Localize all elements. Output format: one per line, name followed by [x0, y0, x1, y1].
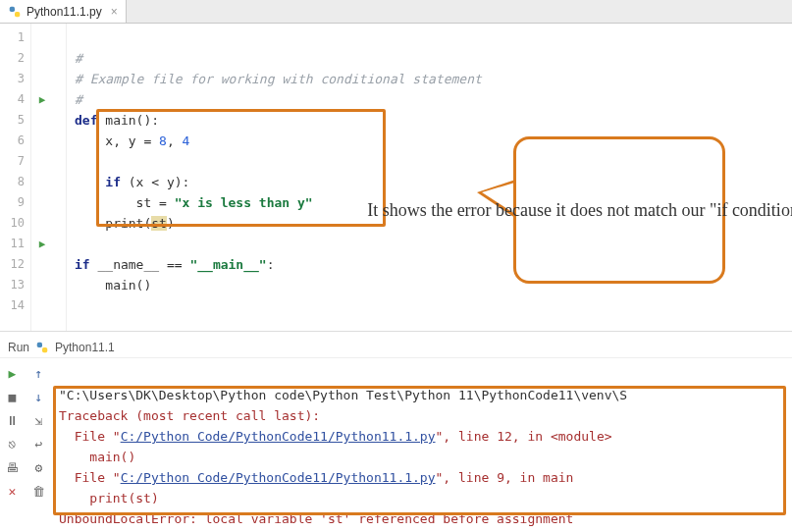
code-comment: #	[75, 51, 82, 66]
scroll-icon[interactable]: ⇲	[30, 411, 48, 429]
run-gutter: ▶ ▶	[31, 24, 53, 331]
code-string: "__main__"	[189, 257, 266, 272]
line-number: 1	[0, 27, 25, 48]
code-text: x, y =	[75, 133, 159, 148]
line-number: 2	[0, 48, 25, 69]
code-text: st =	[75, 195, 175, 210]
line-number: 4	[0, 89, 25, 110]
line-number: 9	[0, 192, 25, 213]
line-number: 7	[0, 151, 25, 172]
fold-gutter	[53, 24, 67, 331]
console-file-prefix: File "	[59, 470, 121, 485]
run-label: Run	[8, 341, 29, 354]
line-number: 8	[0, 172, 25, 192]
file-tab[interactable]: Python11.1.py ×	[0, 0, 127, 23]
exit-icon[interactable]: ⎋	[4, 435, 22, 452]
wrap-icon[interactable]: ↩	[30, 435, 48, 452]
console-traceback: Traceback (most recent call last):	[59, 408, 320, 423]
line-number: 10	[0, 213, 25, 234]
code-text: main()	[75, 278, 151, 293]
line-number: 14	[0, 295, 25, 316]
code-text: :	[267, 257, 275, 272]
trash-icon[interactable]: 🗑	[30, 482, 48, 500]
console-file-link[interactable]: C:/Python Code/PythonCode11/Python11.1.p…	[121, 470, 436, 485]
run-tool-header: Run Python11.1	[0, 337, 792, 358]
console-error: UnboundLocalError: local variable 'st' r…	[59, 511, 573, 526]
console-toolbar: ▶ ↑ ■ ↓ ⏸ ⇲ ⎋ ↩ 🖶 ⚙ ✕ 🗑	[0, 358, 51, 532]
down-arrow-icon[interactable]: ↓	[30, 388, 48, 405]
callout-text: It shows the error because it does not m…	[367, 198, 792, 222]
rerun-icon[interactable]: ▶	[4, 364, 22, 382]
print-icon[interactable]: 🖶	[4, 458, 22, 476]
code-comment: #	[75, 92, 82, 107]
svg-rect-3	[42, 347, 47, 352]
svg-rect-0	[10, 6, 15, 11]
run-line-icon[interactable]: ▶	[31, 234, 53, 254]
code-text: )	[167, 216, 175, 231]
console-path: "C:\Users\DK\Desktop\Python code\Python …	[59, 388, 627, 402]
code-warn-highlight: st	[151, 216, 167, 231]
code-keyword: if	[75, 175, 121, 189]
line-number: 5	[0, 110, 25, 131]
python-file-icon	[35, 341, 49, 354]
run-line-icon[interactable]: ▶	[31, 89, 53, 110]
settings-icon[interactable]: ⚙	[30, 458, 48, 476]
line-number: 6	[0, 131, 25, 151]
code-fn: main():	[97, 113, 159, 128]
callout-bubble: It shows the error because it does not m…	[513, 136, 725, 284]
code-text: __name__ ==	[90, 257, 190, 272]
line-number: 13	[0, 275, 25, 295]
code-number: 4	[183, 133, 190, 148]
tab-bar: Python11.1.py ×	[0, 0, 792, 24]
pause-icon[interactable]: ⏸	[4, 411, 22, 429]
console-file-link[interactable]: C:/Python Code/PythonCode11/Python11.1.p…	[121, 429, 436, 444]
up-arrow-icon[interactable]: ↑	[30, 364, 48, 382]
console-output[interactable]: "C:\Users\DK\Desktop\Python code\Python …	[51, 358, 792, 532]
stop-icon[interactable]: ■	[4, 388, 22, 405]
python-file-icon	[8, 5, 22, 19]
console-line: main()	[59, 450, 135, 464]
line-number-gutter: 1 2 3 4 5 6 7 8 9 10 11 12 13 14	[0, 24, 31, 331]
code-text: (x < y):	[121, 175, 189, 189]
code-comment: # Example file for working with conditio…	[75, 72, 482, 86]
code-keyword: if	[75, 257, 90, 272]
code-text: print(	[75, 216, 151, 231]
tab-filename: Python11.1.py	[26, 5, 102, 19]
console-file-suffix: ", line 9, in main	[436, 470, 574, 485]
svg-rect-2	[37, 342, 42, 346]
code-number: 8	[159, 133, 167, 148]
line-number: 11	[0, 234, 25, 254]
line-number: 12	[0, 254, 25, 275]
code-string: "x is less than y"	[175, 195, 313, 210]
editor-area: 1 2 3 4 5 6 7 8 9 10 11 12 13 14 ▶ ▶ # #…	[0, 24, 792, 331]
console-line: print(st)	[59, 491, 159, 505]
console-area: ▶ ↑ ■ ↓ ⏸ ⇲ ⎋ ↩ 🖶 ⚙ ✕ 🗑 "C:\Users\DK\Des…	[0, 358, 792, 532]
line-number: 3	[0, 69, 25, 89]
code-editor[interactable]: # # Example file for working with condit…	[67, 24, 792, 331]
close-icon[interactable]: ✕	[4, 482, 22, 500]
code-text: ,	[167, 133, 183, 148]
tab-close-icon[interactable]: ×	[111, 5, 118, 19]
annotation-box-console	[53, 386, 786, 515]
console-file-suffix: ", line 12, in <module>	[436, 429, 612, 444]
code-keyword: def	[75, 113, 97, 128]
console-file-prefix: File "	[59, 429, 121, 444]
svg-rect-1	[15, 12, 20, 17]
